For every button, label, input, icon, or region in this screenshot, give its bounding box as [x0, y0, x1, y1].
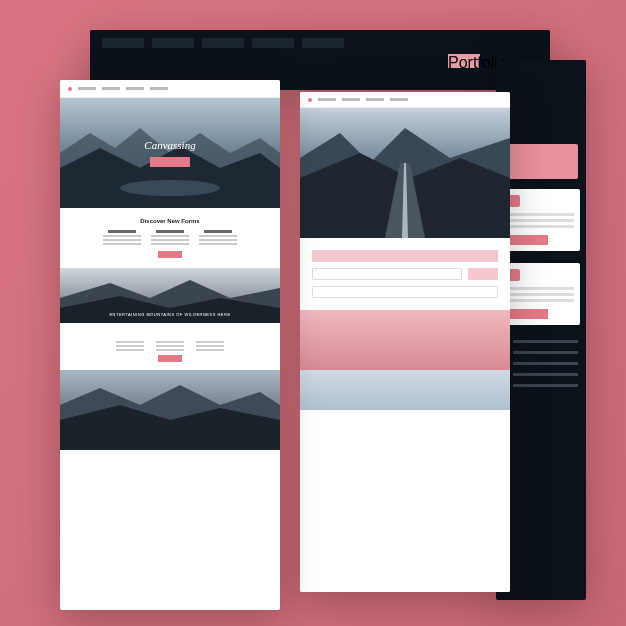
nav-link[interactable] [390, 98, 408, 101]
card-line [508, 299, 574, 302]
form-section [300, 238, 510, 310]
list-text [513, 351, 578, 354]
form-submit-button[interactable] [468, 268, 498, 280]
column [156, 341, 184, 351]
footer-section [300, 410, 510, 592]
list-item[interactable] [504, 383, 578, 388]
card-line [508, 293, 574, 296]
card-cta-button[interactable] [508, 309, 548, 319]
form-field[interactable] [312, 286, 498, 298]
wide-banner-image: ENTERTAINING MOUNTAINS OF WILDERNESS HER… [60, 268, 280, 323]
sidebar-pink-block [504, 144, 578, 179]
nav-link[interactable] [78, 87, 96, 90]
sidebar-card[interactable] [502, 263, 580, 325]
hero-title: Canvassing [144, 139, 195, 151]
features-cta-button[interactable] [158, 251, 182, 258]
nav-item[interactable] [202, 38, 244, 48]
features-columns [72, 230, 268, 245]
feature-column [151, 230, 189, 245]
feature-column [199, 230, 237, 245]
features-section: Discover New Forms [60, 208, 280, 268]
list-text [513, 384, 578, 387]
card-line [508, 287, 574, 290]
list-item[interactable] [504, 350, 578, 355]
nav-strip [300, 92, 510, 108]
pink-section [300, 310, 510, 370]
list-item[interactable] [504, 339, 578, 344]
form-field[interactable] [312, 250, 498, 262]
nav-link[interactable] [318, 98, 336, 101]
nav-link[interactable] [126, 87, 144, 90]
column [196, 341, 224, 351]
nav-link[interactable] [102, 87, 120, 90]
sidebar-card[interactable] [502, 189, 580, 251]
column [116, 341, 144, 351]
nav-item[interactable] [252, 38, 294, 48]
logo-dot-icon [68, 87, 72, 91]
card-line [508, 225, 574, 228]
bottom-hero-image [60, 370, 280, 450]
list-item[interactable] [504, 372, 578, 377]
svg-point-6 [120, 180, 220, 196]
card-cta-button[interactable] [508, 235, 548, 245]
back-nav [90, 30, 550, 56]
list-item[interactable] [504, 361, 578, 366]
nav-link[interactable] [366, 98, 384, 101]
hero-cta-button[interactable] [150, 157, 190, 167]
mockup-right-page [300, 92, 510, 592]
nav-item[interactable] [302, 38, 344, 48]
nav-strip [60, 80, 280, 98]
list-text [513, 340, 578, 343]
logo-dot-icon [308, 98, 312, 102]
nav-link[interactable] [342, 98, 360, 101]
card-line [508, 213, 574, 216]
nav-link[interactable] [150, 87, 168, 90]
form-field[interactable] [312, 268, 462, 280]
card-line [508, 219, 574, 222]
blue-section [300, 370, 510, 410]
secondary-cta-button[interactable] [158, 355, 182, 362]
back-accent-button[interactable]: Portfolio [448, 54, 480, 68]
list-text [513, 373, 578, 376]
hero-section: Canvassing [60, 98, 280, 208]
nav-item[interactable] [102, 38, 144, 48]
wide-banner-text: ENTERTAINING MOUNTAINS OF WILDERNESS HER… [109, 312, 230, 317]
mockup-left-page: Canvassing Discover New Forms ENTERTAINI… [60, 80, 280, 610]
hero-road-image [300, 108, 510, 238]
nav-item[interactable] [152, 38, 194, 48]
feature-column [103, 230, 141, 245]
list-text [513, 362, 578, 365]
features-heading: Discover New Forms [140, 218, 199, 224]
secondary-columns [116, 337, 224, 355]
secondary-section [60, 323, 280, 370]
